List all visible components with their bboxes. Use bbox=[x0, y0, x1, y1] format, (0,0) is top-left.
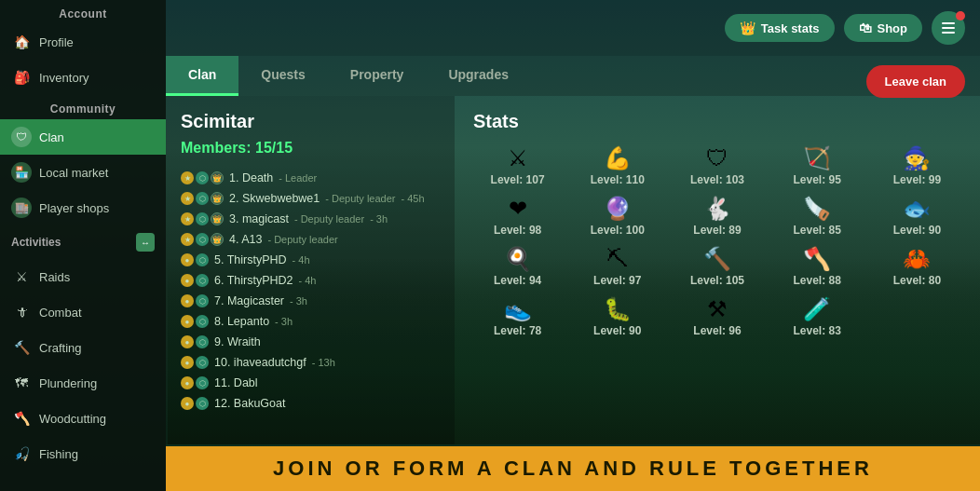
stat-level: Level: 103 bbox=[690, 173, 744, 186]
members-count: Members: 15/15 bbox=[181, 140, 440, 157]
member-badges: ● ⬡ bbox=[181, 335, 209, 348]
member-time: - 4h bbox=[299, 275, 317, 286]
stat-icon: 🧪 bbox=[803, 298, 831, 321]
stat-item: 🧙 Level: 99 bbox=[873, 147, 961, 186]
badge-teal: ⬡ bbox=[196, 212, 209, 225]
stat-item: 🐛 Level: 90 bbox=[573, 298, 661, 337]
member-name: 4. A13 bbox=[229, 233, 262, 246]
sidebar-item-profile[interactable]: 🏠 Profile bbox=[0, 24, 166, 60]
main-layout: Account 🏠 Profile 🎒 Inventory Community … bbox=[0, 0, 980, 491]
leave-clan-button[interactable]: Leave clan bbox=[866, 65, 966, 98]
clan-panel: Scimitar Members: 15/15 ★ ⬡ 👑 1. Death -… bbox=[166, 96, 455, 444]
activities-label: Activities bbox=[11, 236, 61, 249]
tab-clan[interactable]: Clan bbox=[166, 56, 238, 96]
badge-teal: ⬡ bbox=[196, 376, 209, 389]
badge-teal: ⬡ bbox=[196, 274, 209, 287]
task-stats-button[interactable]: 👑 Task stats bbox=[725, 14, 835, 42]
badge-gold: ★ bbox=[181, 233, 194, 246]
activities-header: Activities ↔ bbox=[0, 225, 166, 259]
stat-level: Level: 98 bbox=[494, 224, 541, 237]
inventory-icon: 🎒 bbox=[11, 67, 32, 88]
stat-icon: 🪓 bbox=[803, 248, 831, 270]
member-item: ★ ⬡ 👑 4. A13 - Deputy leader bbox=[181, 229, 440, 250]
stat-icon: 👟 bbox=[504, 298, 532, 321]
badge-crown: 👑 bbox=[211, 171, 224, 184]
member-name: 6. ThirstyPHD2 bbox=[214, 274, 293, 287]
tab-upgrades[interactable]: Upgrades bbox=[426, 56, 531, 96]
stat-icon: 🔮 bbox=[604, 198, 632, 220]
badge-gold: ★ bbox=[181, 171, 194, 184]
bottom-banner: JOIN OR FORM A CLAN AND RULE TOGETHER bbox=[166, 446, 980, 491]
member-badges: ★ ⬡ 👑 bbox=[181, 212, 224, 225]
stat-icon: ⚔ bbox=[508, 147, 528, 170]
stat-item: 🛡 Level: 103 bbox=[673, 147, 761, 186]
stat-item: 🏹 Level: 95 bbox=[773, 147, 862, 186]
member-item: ● ⬡ 5. ThirstyPHD - 4h bbox=[181, 250, 440, 270]
sidebar-item-label: Clan bbox=[39, 130, 64, 144]
sidebar-item-fishing[interactable]: 🎣 Fishing bbox=[0, 436, 166, 471]
badge-teal: ⬡ bbox=[196, 335, 209, 348]
badge-gold: ★ bbox=[181, 212, 194, 225]
sidebar-item-label: Profile bbox=[39, 35, 74, 49]
sidebar-item-clan[interactable]: 🛡 Clan bbox=[0, 119, 166, 155]
member-badges: ★ ⬡ 👑 bbox=[181, 192, 224, 205]
stat-level: Level: 110 bbox=[591, 173, 645, 186]
task-stats-label: Task stats bbox=[761, 21, 820, 35]
member-time: - 3h bbox=[275, 316, 293, 327]
stat-item: 🔨 Level: 105 bbox=[673, 248, 761, 287]
stat-level: Level: 94 bbox=[494, 274, 541, 287]
stat-icon: 💪 bbox=[604, 147, 632, 170]
clan-icon: 🛡 bbox=[11, 127, 32, 147]
member-name: 8. Lepanto bbox=[214, 315, 269, 328]
sidebar-item-raids[interactable]: ⚔ Raids bbox=[0, 259, 166, 294]
member-badges: ● ⬡ bbox=[181, 294, 209, 307]
sidebar-item-inventory[interactable]: 🎒 Inventory bbox=[0, 60, 166, 95]
tab-property[interactable]: Property bbox=[328, 56, 427, 96]
activities-expand-btn[interactable]: ↔ bbox=[136, 233, 155, 252]
badge-teal: ⬡ bbox=[196, 171, 209, 184]
member-name: 10. ihaveadutchgf bbox=[214, 356, 306, 369]
sidebar-item-crafting[interactable]: 🔨 Crafting bbox=[0, 330, 166, 365]
sidebar-item-local-market[interactable]: 🏪 Local market bbox=[0, 155, 166, 190]
clan-members-list: ★ ⬡ 👑 1. Death - Leader ★ ⬡ 👑 2. Skwebwe… bbox=[181, 168, 440, 414]
player-shops-icon: 🏬 bbox=[11, 198, 32, 218]
member-item: ● ⬡ 7. Magicaster - 3h bbox=[181, 291, 440, 311]
sidebar-item-combat[interactable]: 🗡 Combat bbox=[0, 294, 166, 330]
badge-gold: ● bbox=[181, 315, 194, 328]
stat-item: ❤ Level: 98 bbox=[473, 198, 562, 237]
stat-item: 🧪 Level: 83 bbox=[773, 298, 862, 337]
clan-name: Scimitar bbox=[181, 111, 440, 132]
stat-item: 💪 Level: 110 bbox=[573, 147, 661, 186]
hamburger-icon bbox=[942, 22, 955, 34]
member-time: - 4h bbox=[293, 254, 310, 266]
stat-item: 🐟 Level: 90 bbox=[873, 198, 961, 237]
sidebar-item-plundering[interactable]: 🗺 Plundering bbox=[0, 365, 166, 401]
stat-icon: 🛡 bbox=[706, 147, 728, 170]
sidebar-item-woodcutting[interactable]: 🪓 Woodcutting bbox=[0, 401, 166, 436]
stat-item: ⚔ Level: 107 bbox=[473, 147, 562, 186]
main-content: 👑 Task stats 🛍 Shop Clan Quests bbox=[166, 0, 980, 491]
menu-button[interactable] bbox=[932, 11, 965, 45]
shop-button[interactable]: 🛍 Shop bbox=[844, 14, 923, 42]
stat-item: 🔮 Level: 100 bbox=[573, 198, 661, 237]
member-badges: ● ⬡ bbox=[181, 315, 209, 328]
stat-icon: 🪚 bbox=[803, 198, 831, 220]
stats-grid: ⚔ Level: 107 💪 Level: 110 🛡 Level: 103 🏹… bbox=[473, 147, 961, 337]
stat-level: Level: 97 bbox=[593, 274, 641, 287]
tab-quests[interactable]: Quests bbox=[238, 56, 327, 96]
tabs-bar: Clan Quests Property Upgrades bbox=[166, 56, 980, 96]
sidebar-item-player-shops[interactable]: 🏬 Player shops bbox=[0, 190, 166, 225]
stat-icon: ⛏ bbox=[606, 248, 629, 270]
member-time: - 3h bbox=[290, 295, 307, 307]
member-item: ● ⬡ 6. ThirstyPHD2 - 4h bbox=[181, 270, 440, 291]
badge-gold: ● bbox=[181, 397, 194, 410]
badge-crown: 👑 bbox=[211, 192, 224, 205]
member-item: ● ⬡ 10. ihaveadutchgf - 13h bbox=[181, 352, 440, 373]
stat-level: Level: 89 bbox=[693, 224, 741, 237]
member-badges: ● ⬡ bbox=[181, 253, 209, 266]
crown-icon: 👑 bbox=[740, 20, 755, 35]
member-badges: ★ ⬡ 👑 bbox=[181, 233, 224, 246]
badge-teal: ⬡ bbox=[196, 315, 209, 328]
sidebar-item-label: Combat bbox=[39, 306, 82, 320]
member-name: 7. Magicaster bbox=[214, 294, 284, 307]
